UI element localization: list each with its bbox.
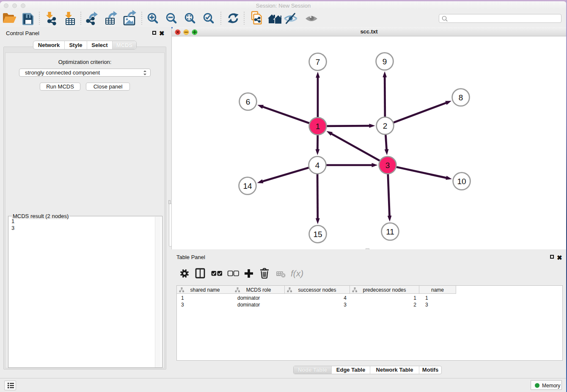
svg-text:10: 10 bbox=[457, 177, 466, 186]
svg-text:11: 11 bbox=[386, 227, 394, 236]
svg-text:f(x): f(x) bbox=[291, 268, 303, 278]
svg-text:15: 15 bbox=[313, 230, 322, 239]
svg-text:1: 1 bbox=[316, 122, 320, 131]
svg-text:9: 9 bbox=[383, 57, 387, 66]
svg-text:14: 14 bbox=[243, 182, 252, 190]
svg-text:3: 3 bbox=[385, 161, 390, 170]
svg-text:6: 6 bbox=[246, 97, 250, 106]
svg-text:2: 2 bbox=[383, 121, 388, 130]
svg-text:7: 7 bbox=[316, 58, 320, 66]
svg-text:8: 8 bbox=[459, 93, 463, 102]
svg-text:4: 4 bbox=[315, 161, 320, 170]
